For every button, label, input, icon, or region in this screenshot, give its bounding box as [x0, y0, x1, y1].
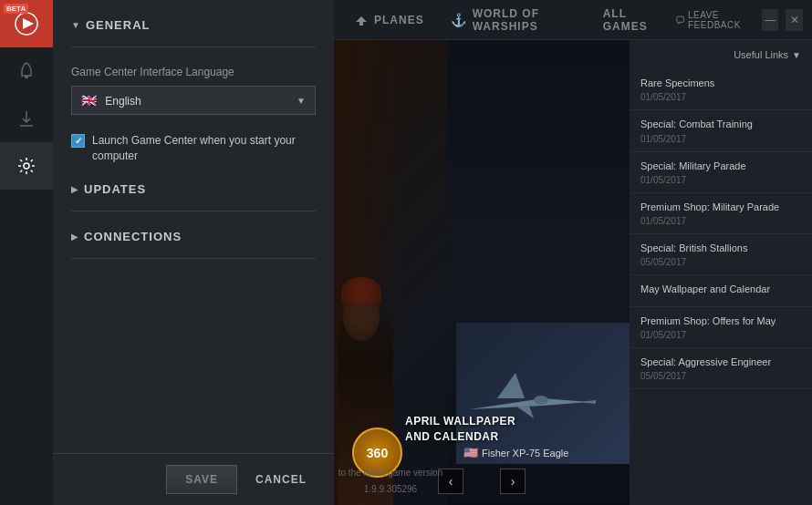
- settings-icon[interactable]: [0, 142, 53, 190]
- tab-warships[interactable]: ⚓ WORLD OF WARSHIPS: [440, 4, 588, 36]
- tab-all-games-label: ALL GAMES: [603, 7, 661, 33]
- app-logo[interactable]: BETA: [0, 0, 53, 47]
- news-list-item[interactable]: Special: Aggressive Engineer05/05/2017: [630, 348, 812, 389]
- news-item-title: Premium Shop: Offers for May: [640, 314, 801, 327]
- news-list-item[interactable]: Special: Military Parade01/05/2017: [630, 152, 812, 193]
- news-list-item[interactable]: May Wallpaper and Calendar: [630, 275, 812, 306]
- download-icon[interactable]: [0, 95, 53, 142]
- save-button[interactable]: SAVE: [166, 465, 237, 494]
- beta-badge: BETA: [4, 4, 28, 14]
- connections-arrow-icon: ▶: [71, 232, 78, 242]
- sidebar: BETA: [0, 0, 53, 505]
- general-divider: [71, 46, 316, 47]
- svg-point-6: [534, 396, 548, 405]
- svg-rect-5: [677, 16, 684, 22]
- planes-icon: [354, 13, 369, 27]
- settings-footer: SAVE CANCEL: [53, 453, 334, 505]
- language-value: English: [105, 95, 141, 108]
- top-nav-right: LEAVE FEEDBACK — ✕: [676, 9, 803, 31]
- nav-arrows: ‹ ›: [438, 469, 526, 494]
- launch-checkbox[interactable]: ✓: [71, 134, 85, 148]
- settings-panel: ▼ GENERAL Game Center Interface Language…: [53, 0, 334, 505]
- news-list: Useful Links ▼ Rare Specimens01/05/2017S…: [630, 40, 812, 505]
- general-arrow-icon: ▼: [71, 20, 80, 30]
- minimize-button[interactable]: —: [762, 9, 779, 31]
- settings-content: ▼ GENERAL Game Center Interface Language…: [53, 0, 334, 453]
- news-item-date: 01/05/2017: [640, 216, 801, 226]
- svg-point-4: [24, 163, 29, 169]
- logo-icon: [14, 11, 39, 36]
- news-list-item[interactable]: Premium Shop: Military Parade01/05/2017: [630, 193, 812, 234]
- april-text-overlay: APRIL WALLPAPER AND CALENDAR: [398, 408, 523, 450]
- news-item-date: 05/05/2017: [640, 257, 801, 267]
- language-label: Game Center Interface Language: [71, 66, 316, 78]
- notification-icon[interactable]: [0, 47, 53, 95]
- news-list-item[interactable]: Premium Shop: Offers for May01/05/2017: [630, 307, 812, 348]
- updates-arrow-icon: ▶: [71, 184, 78, 194]
- language-chevron-icon: ▼: [297, 96, 306, 106]
- connections-section-title: CONNECTIONS: [84, 230, 182, 243]
- language-select[interactable]: 🇬🇧 English ▼: [71, 86, 316, 115]
- news-item-date: 01/05/2017: [640, 175, 801, 185]
- general-section-title: GENERAL: [86, 18, 151, 32]
- useful-links-chevron-icon: ▼: [792, 50, 801, 60]
- news-list-item[interactable]: Rare Specimens01/05/2017: [630, 69, 812, 110]
- connections-section: ▶ CONNECTIONS: [71, 230, 316, 259]
- top-nav: PLANES ⚓ WORLD OF WARSHIPS ALL GAMES LEA…: [334, 0, 812, 40]
- news-item-title: Special: Aggressive Engineer: [640, 356, 801, 368]
- language-select-wrapper: 🇬🇧 English ▼: [71, 86, 316, 115]
- news-item-date: 01/05/2017: [640, 330, 801, 340]
- version-text: to the latest game version 1.9.9.305296: [338, 468, 443, 494]
- news-item-date: 01/05/2017: [640, 134, 801, 144]
- news-list-item[interactable]: Special: Combat Training01/05/2017: [630, 110, 812, 151]
- leave-feedback-button[interactable]: LEAVE FEEDBACK: [676, 10, 755, 30]
- close-button[interactable]: ✕: [786, 9, 803, 31]
- news-item-date: 01/05/2017: [640, 92, 801, 102]
- tab-warships-label: WORLD OF WARSHIPS: [473, 7, 577, 33]
- next-arrow-button[interactable]: ›: [500, 469, 526, 494]
- useful-links-header[interactable]: Useful Links ▼: [630, 40, 812, 69]
- tab-planes-label: PLANES: [374, 14, 424, 26]
- news-list-container: Rare Specimens01/05/2017Special: Combat …: [630, 69, 812, 389]
- connections-divider: [71, 258, 316, 259]
- general-section-header[interactable]: ▼ GENERAL: [71, 18, 316, 32]
- april-card-title: APRIL WALLPAPER AND CALENDAR: [405, 414, 515, 445]
- feedback-icon: [676, 15, 684, 26]
- connections-section-header[interactable]: ▶ CONNECTIONS: [71, 230, 316, 243]
- warships-icon: ⚓: [451, 13, 467, 27]
- news-item-date: 05/05/2017: [640, 371, 801, 381]
- news-item-title: Special: British Stallions: [640, 242, 801, 254]
- tab-planes[interactable]: PLANES: [343, 9, 435, 31]
- useful-links-label: Useful Links: [734, 49, 788, 60]
- language-flag: 🇬🇧: [81, 93, 97, 108]
- launch-checkbox-label: Launch Game Center when you start your c…: [92, 133, 316, 164]
- updates-section-header[interactable]: ▶ UPDATES: [71, 182, 316, 196]
- version-bar: to the latest game version 1.9.9.305296: [334, 463, 447, 496]
- updates-section-title: UPDATES: [84, 182, 146, 196]
- news-item-title: May Wallpaper and Calendar: [640, 283, 801, 295]
- news-area: APRIL WALLPAPER AND CALENDAR 360 ‹ › to …: [334, 40, 630, 505]
- launch-checkbox-row: ✓ Launch Game Center when you start your…: [71, 133, 316, 164]
- leave-feedback-label: LEAVE FEEDBACK: [688, 10, 755, 30]
- svg-rect-2: [25, 76, 28, 78]
- svg-marker-1: [23, 18, 34, 29]
- updates-section: ▶ UPDATES: [71, 182, 316, 211]
- news-list-item[interactable]: Special: British Stallions05/05/2017: [630, 234, 812, 275]
- cancel-button[interactable]: CANCEL: [246, 466, 316, 493]
- checkbox-check-icon: ✓: [75, 136, 82, 146]
- news-item-title: Special: Combat Training: [640, 118, 801, 130]
- news-item-title: Rare Specimens: [640, 77, 801, 89]
- news-item-title: Special: Military Parade: [640, 160, 801, 172]
- tab-all-games[interactable]: ALL GAMES: [592, 4, 671, 36]
- news-item-title: Premium Shop: Military Parade: [640, 201, 801, 213]
- content-body: APRIL WALLPAPER AND CALENDAR 360 ‹ › to …: [334, 40, 812, 505]
- updates-divider: [71, 211, 316, 211]
- main-content: PLANES ⚓ WORLD OF WARSHIPS ALL GAMES LEA…: [334, 0, 812, 505]
